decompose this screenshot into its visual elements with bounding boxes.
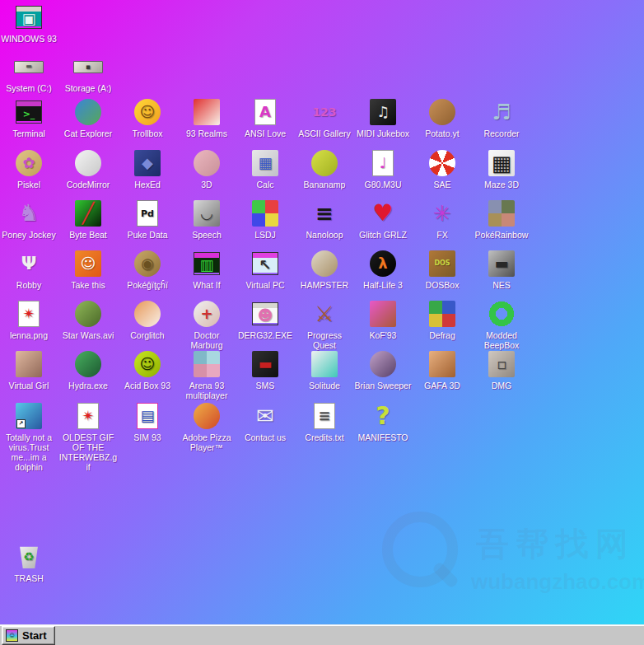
desktop: 吾帮找网 wubangzhao.com ▣WINDOWS 93▬System (… (0, 0, 644, 624)
desktop-icon-lsdj[interactable]: LSDJ (236, 199, 295, 240)
desktop-icon-corglitch[interactable]: Corglitch (118, 300, 177, 340)
desktop-icon-ascii-gallery[interactable]: 123ASCII Gallery (295, 98, 354, 138)
desktop-icon-calc[interactable]: ▦Calc (236, 149, 295, 189)
desktop-icon-virtual-pc[interactable]: ↖Virtual PC (236, 250, 295, 290)
icon-label: DOSBox (413, 280, 472, 290)
desktop-icon-progress-quest[interactable]: ⚔Progress Quest (295, 300, 354, 350)
dmg-icon: ▫ (488, 351, 515, 377)
desktop-icon-g80-m3u[interactable]: ♩G80.M3U (353, 149, 413, 189)
icon-label: Cat Explorer (58, 129, 118, 138)
progress-quest-icon: ⚔ (311, 301, 338, 327)
desktop-icon-kof-93[interactable]: KoF'93 (353, 300, 413, 340)
desktop-icon-potato-yt[interactable]: Potato.yt (413, 98, 472, 138)
desktop-icon-dosbox[interactable]: DOSDOSBox (413, 250, 472, 290)
desktop-icon-nanoloop[interactable]: ≡Nanoloop (295, 199, 354, 240)
desktop-icon-ansi-love[interactable]: AANSI Love (236, 98, 295, 138)
desktop-icon-robby[interactable]: ΨRobby (0, 250, 58, 290)
desktop-icon-storage-a[interactable]: ▪Storage (A:) (58, 53, 118, 93)
desktop-icon-piskel[interactable]: ✿Piskel (0, 149, 58, 189)
desktop-icon-puke-data[interactable]: PdPuke Data (118, 199, 177, 240)
desktop-icon-virtual-girl[interactable]: Virtual Girl (0, 350, 58, 390)
icon-label: DERG32.EXE (236, 330, 295, 340)
kof-93-icon (370, 301, 396, 327)
desktop-icon-windows-93[interactable]: ▣WINDOWS 93 (0, 3, 58, 44)
desktop-icon-byte-beat[interactable]: ╱Byte Beat (58, 199, 118, 240)
desktop-icon-brian-sweeper[interactable]: Brian Sweeper (353, 350, 413, 390)
desktop-icon-codemirror[interactable]: CodeMirror (58, 149, 118, 189)
desktop-icon-modded-beepbox[interactable]: Modded BeepBox (472, 300, 531, 350)
desktop-icon-doctor-marburg[interactable]: +Doctor Marburg (177, 300, 236, 350)
fx-icon: ✳ (429, 200, 455, 227)
shortcut-arrow-badge: ↗ (16, 419, 26, 428)
desktop-icon-midi-jukebox[interactable]: ♫MIDI Jukebox (353, 98, 413, 138)
icon-label: Bananamp (295, 180, 354, 189)
icon-label: KoF'93 (353, 330, 413, 340)
desktop-icon-half-life-3[interactable]: λHalf-Life 3 (353, 250, 413, 290)
trollbox-icon: ☺ (134, 99, 161, 125)
desktop-icon-credits-txt[interactable]: ≡Credits.txt (295, 402, 354, 442)
start-button[interactable]: ☺ Start (2, 626, 55, 645)
storage-a-icon: ▪ (73, 61, 103, 73)
icon-label: Nanoloop (295, 230, 354, 240)
desktop-icon-bananamp[interactable]: Bananamp (295, 149, 354, 189)
desktop-icon-manifesto[interactable]: ?MANIFESTO (353, 402, 413, 442)
icon-label: DMG (472, 381, 531, 390)
byte-beat-icon: ╱ (75, 200, 101, 227)
desktop-icon-hexed[interactable]: ◆HexEd (118, 149, 177, 189)
desktop-icon-sae[interactable]: SAE (413, 149, 472, 189)
bananamp-icon (311, 150, 338, 176)
start-logo-icon: ☺ (6, 629, 18, 642)
desktop-icon-sim-93[interactable]: ▤SIM 93 (118, 402, 177, 442)
desktop-icon-maze-3d[interactable]: ▦Maze 3D (472, 149, 531, 189)
credits-txt-icon: ≡ (314, 403, 335, 429)
desktop-icon-arena-93[interactable]: Arena 93 multiplayer (177, 350, 236, 400)
system-c-icon: ▬ (14, 61, 44, 73)
desktop-icon-cat-explorer[interactable]: Cat Explorer (58, 98, 118, 138)
desktop-icon-nes[interactable]: ▬NES (472, 250, 531, 290)
desktop-icon-93-realms[interactable]: 93 Realms (177, 98, 236, 138)
icon-label: Calc (236, 180, 295, 189)
desktop-icon-lenna-png[interactable]: ✴lenna.png (0, 300, 58, 340)
desktop-icon-gafa-3d[interactable]: GAFA 3D (413, 350, 472, 390)
icon-label: 93 Realms (177, 129, 236, 138)
desktop-icon-poney-jockey[interactable]: ♞Poney Jockey (0, 199, 58, 240)
virtual-girl-icon (16, 351, 42, 377)
desktop-icon-pokegotchi[interactable]: ◉Pokéĝïţçĥï (118, 250, 177, 290)
desktop-icon-recorder[interactable]: ♬Recorder (472, 98, 531, 138)
desktop-icon-derg32-exe[interactable]: ☻DERG32.EXE (236, 300, 295, 340)
desktop-icon-dmg[interactable]: ▫DMG (472, 350, 531, 390)
desktop-icon-solitude[interactable]: Solitude (295, 350, 354, 390)
desktop-icon-hampster[interactable]: HAMPSTER (295, 250, 354, 290)
desktop-icon-pokerainbow[interactable]: PokéRainbow (472, 199, 531, 240)
watermark-magnifier-icon (382, 512, 458, 587)
desktop-icon-oldest-gif[interactable]: ✴OLDEST GIF OF THE INTERWEBZ.gif (58, 402, 118, 472)
ascii-gallery-icon: 123 (311, 99, 338, 125)
sim-93-icon: ▤ (137, 403, 158, 429)
desktop-icon-sms[interactable]: ▬SMS (236, 350, 295, 390)
icon-label: Byte Beat (58, 230, 118, 240)
desktop-icon-speech[interactable]: ◡Speech (177, 199, 236, 240)
desktop-icon-3d[interactable]: 3D (177, 149, 236, 189)
desktop-icon-adobe-pizza[interactable]: Adobe Pizza Player™ (177, 402, 236, 452)
desktop-icon-not-a-virus[interactable]: ↗Totally not a virus.Trust me...im a dol… (0, 402, 58, 472)
desktop-icon-glitch-grlz[interactable]: ♥Glitch GRLZ (353, 199, 413, 240)
icon-label: Take this (58, 280, 118, 290)
desktop-icon-system-c[interactable]: ▬System (C:) (0, 53, 58, 93)
desktop-icon-acid-box-93[interactable]: ☺Acid Box 93 (118, 350, 177, 390)
desktop-icon-take-this[interactable]: ☺Take this (58, 250, 118, 290)
desktop-icon-terminal[interactable]: >_Terminal (0, 98, 58, 138)
desktop-icon-hydra-exe[interactable]: Hydra.exe (58, 350, 118, 390)
desktop-icon-what-if[interactable]: ▥What If (177, 250, 236, 290)
puke-data-icon: Pd (137, 200, 158, 227)
icon-label: Solitude (295, 381, 354, 390)
desktop-icon-star-wars-avi[interactable]: Star Wars.avi (58, 300, 118, 340)
desktop-icon-fx[interactable]: ✳FX (413, 199, 472, 240)
icon-label: HexEd (118, 180, 177, 189)
desktop-icon-trash[interactable]: ♻TRASH (0, 543, 58, 583)
icon-label: Totally not a virus.Trust me...im a dolp… (0, 432, 58, 472)
desktop-icon-defrag[interactable]: Defrag (413, 300, 472, 340)
start-button-label: Start (22, 629, 47, 642)
desktop-icon-contact-us[interactable]: ✉Contact us (236, 402, 295, 442)
acid-box-93-icon: ☺ (134, 351, 161, 377)
desktop-icon-trollbox[interactable]: ☺Trollbox (118, 98, 177, 138)
